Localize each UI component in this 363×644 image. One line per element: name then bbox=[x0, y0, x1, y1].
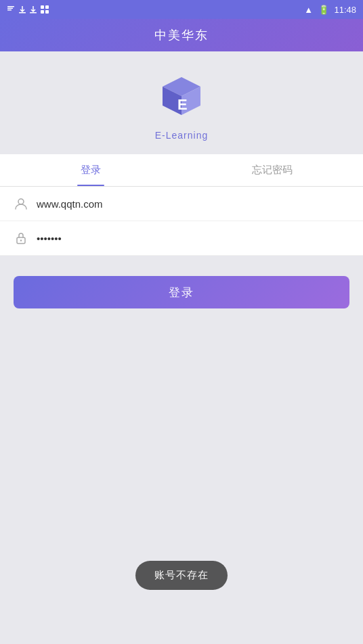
btn-area: 登录 bbox=[0, 256, 363, 322]
user-icon bbox=[14, 196, 28, 211]
svg-rect-6 bbox=[45, 5, 49, 9]
svg-rect-0 bbox=[7, 6, 14, 7]
download2-icon bbox=[19, 5, 26, 14]
time-display: 11:48 bbox=[334, 5, 356, 15]
tab-forgot-password[interactable]: 忘记密码 bbox=[182, 154, 363, 186]
status-right-icons: ▲ 🔋 11:48 bbox=[304, 5, 356, 15]
battery-icon: 🔋 bbox=[318, 5, 329, 15]
login-button[interactable]: 登录 bbox=[14, 276, 349, 308]
app-icon bbox=[41, 5, 49, 14]
tab-login[interactable]: 登录 bbox=[0, 154, 182, 186]
form-area bbox=[0, 187, 363, 256]
wifi-signal: ▲ bbox=[304, 5, 313, 15]
status-icons bbox=[7, 5, 49, 14]
svg-rect-3 bbox=[19, 12, 26, 14]
svg-rect-1 bbox=[7, 8, 13, 9]
status-bar: ▲ 🔋 11:48 bbox=[0, 0, 363, 19]
svg-text:E: E bbox=[177, 96, 188, 113]
svg-rect-2 bbox=[7, 9, 12, 11]
svg-point-15 bbox=[20, 239, 22, 241]
svg-rect-5 bbox=[41, 5, 44, 9]
svg-rect-4 bbox=[30, 12, 37, 14]
username-input[interactable] bbox=[37, 198, 349, 210]
password-row bbox=[0, 221, 363, 256]
password-input[interactable] bbox=[37, 233, 349, 244]
tab-bar: 登录 忘记密码 bbox=[0, 154, 363, 187]
logo-label: E-Learning bbox=[155, 130, 209, 141]
app-logo: E bbox=[154, 72, 209, 126]
svg-rect-7 bbox=[41, 10, 44, 14]
svg-point-13 bbox=[18, 199, 24, 204]
top-bar: 中美华东 bbox=[0, 19, 363, 51]
download-icon bbox=[7, 5, 15, 14]
download3-icon bbox=[30, 5, 37, 14]
svg-rect-8 bbox=[45, 10, 49, 14]
lock-icon bbox=[14, 231, 28, 246]
username-row bbox=[0, 187, 363, 221]
toast-message: 账号不存在 bbox=[135, 561, 228, 590]
logo-area: E E-Learning bbox=[0, 51, 363, 154]
app-title: 中美华东 bbox=[154, 27, 209, 43]
